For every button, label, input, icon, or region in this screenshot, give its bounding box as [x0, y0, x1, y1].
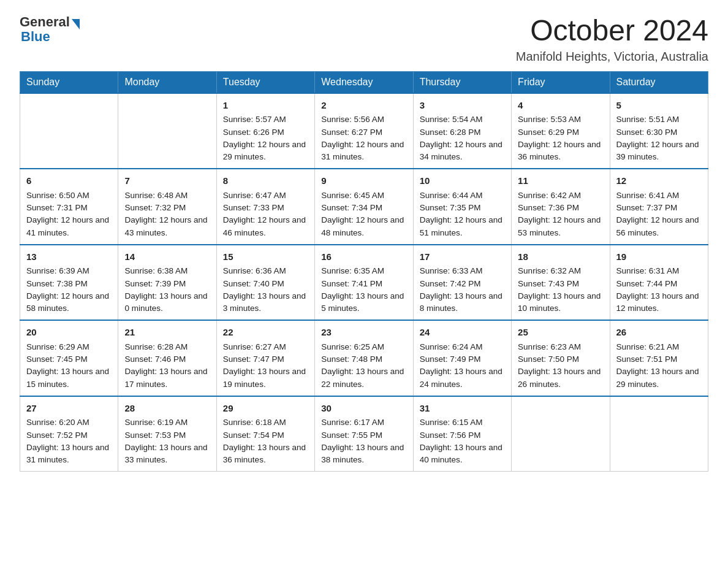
daylight-text: Daylight: 12 hours and 31 minutes. — [321, 139, 406, 164]
daylight-text: Daylight: 12 hours and 58 minutes. — [26, 290, 112, 315]
calendar-header-friday: Friday — [512, 71, 610, 93]
sunrise-text: Sunrise: 6:38 AM — [124, 265, 210, 277]
daylight-text: Daylight: 13 hours and 5 minutes. — [321, 290, 406, 315]
sunset-text: Sunset: 7:35 PM — [420, 202, 505, 214]
sunrise-text: Sunrise: 6:44 AM — [420, 190, 505, 202]
sunset-text: Sunset: 7:53 PM — [124, 429, 210, 442]
day-number: 17 — [420, 250, 505, 264]
calendar-cell: 23Sunrise: 6:25 AMSunset: 7:48 PMDayligh… — [315, 320, 413, 396]
calendar-cell: 20Sunrise: 6:29 AMSunset: 7:45 PMDayligh… — [20, 320, 118, 396]
sunrise-text: Sunrise: 6:23 AM — [518, 341, 603, 353]
daylight-text: Daylight: 12 hours and 56 minutes. — [616, 214, 702, 239]
sunrise-text: Sunrise: 6:39 AM — [26, 265, 112, 277]
sunset-text: Sunset: 7:45 PM — [26, 353, 112, 366]
sunrise-text: Sunrise: 6:42 AM — [518, 190, 603, 202]
sunrise-text: Sunrise: 6:20 AM — [26, 416, 112, 429]
calendar-cell: 22Sunrise: 6:27 AMSunset: 7:47 PMDayligh… — [216, 320, 314, 396]
calendar-week-row: 20Sunrise: 6:29 AMSunset: 7:45 PMDayligh… — [20, 320, 708, 396]
page-header: General Blue October 2024 Manifold Heigh… — [20, 15, 708, 64]
sunset-text: Sunset: 7:56 PM — [420, 429, 505, 442]
calendar-cell — [118, 93, 216, 169]
calendar-cell: 21Sunrise: 6:28 AMSunset: 7:46 PMDayligh… — [118, 320, 216, 396]
day-number: 10 — [420, 174, 505, 188]
day-number: 20 — [26, 326, 112, 340]
calendar-cell — [610, 396, 708, 472]
calendar-cell: 31Sunrise: 6:15 AMSunset: 7:56 PMDayligh… — [413, 396, 511, 472]
calendar-header-sunday: Sunday — [20, 71, 118, 93]
day-number: 7 — [124, 174, 210, 188]
sunrise-text: Sunrise: 6:29 AM — [26, 341, 112, 353]
daylight-text: Daylight: 13 hours and 19 minutes. — [223, 366, 308, 391]
calendar-cell: 28Sunrise: 6:19 AMSunset: 7:53 PMDayligh… — [118, 396, 216, 472]
calendar-week-row: 13Sunrise: 6:39 AMSunset: 7:38 PMDayligh… — [20, 245, 708, 321]
calendar-cell: 18Sunrise: 6:32 AMSunset: 7:43 PMDayligh… — [512, 245, 610, 321]
calendar-week-row: 6Sunrise: 6:50 AMSunset: 7:31 PMDaylight… — [20, 169, 708, 245]
day-number: 3 — [420, 99, 505, 113]
sunset-text: Sunset: 6:26 PM — [223, 126, 308, 139]
day-number: 14 — [124, 250, 210, 264]
sunrise-text: Sunrise: 6:32 AM — [518, 265, 603, 277]
calendar-cell: 27Sunrise: 6:20 AMSunset: 7:52 PMDayligh… — [20, 396, 118, 472]
sunset-text: Sunset: 7:32 PM — [124, 202, 210, 214]
logo: General Blue — [20, 15, 80, 44]
sunset-text: Sunset: 7:48 PM — [321, 353, 406, 366]
daylight-text: Daylight: 13 hours and 26 minutes. — [518, 366, 603, 391]
sunset-text: Sunset: 7:42 PM — [420, 278, 505, 290]
daylight-text: Daylight: 13 hours and 17 minutes. — [124, 366, 210, 391]
day-number: 12 — [616, 174, 702, 188]
calendar-cell: 3Sunrise: 5:54 AMSunset: 6:28 PMDaylight… — [413, 93, 511, 169]
sunset-text: Sunset: 7:34 PM — [321, 202, 406, 214]
day-number: 22 — [223, 326, 308, 340]
sunset-text: Sunset: 7:52 PM — [26, 429, 112, 442]
calendar-cell: 30Sunrise: 6:17 AMSunset: 7:55 PMDayligh… — [315, 396, 413, 472]
day-number: 25 — [518, 326, 603, 340]
sunrise-text: Sunrise: 6:21 AM — [616, 341, 702, 353]
sunrise-text: Sunrise: 6:41 AM — [616, 190, 702, 202]
sunset-text: Sunset: 7:31 PM — [26, 202, 112, 214]
sunset-text: Sunset: 7:43 PM — [518, 278, 603, 290]
daylight-text: Daylight: 13 hours and 33 minutes. — [124, 442, 210, 467]
calendar-cell: 12Sunrise: 6:41 AMSunset: 7:37 PMDayligh… — [610, 169, 708, 245]
calendar-cell: 1Sunrise: 5:57 AMSunset: 6:26 PMDaylight… — [216, 93, 314, 169]
calendar-header-thursday: Thursday — [413, 71, 511, 93]
day-number: 11 — [518, 174, 603, 188]
daylight-text: Daylight: 13 hours and 22 minutes. — [321, 366, 406, 391]
sunset-text: Sunset: 7:40 PM — [223, 278, 308, 290]
calendar-week-row: 27Sunrise: 6:20 AMSunset: 7:52 PMDayligh… — [20, 396, 708, 472]
daylight-text: Daylight: 13 hours and 12 minutes. — [616, 290, 702, 315]
sunrise-text: Sunrise: 5:57 AM — [223, 113, 308, 126]
calendar-cell: 19Sunrise: 6:31 AMSunset: 7:44 PMDayligh… — [610, 245, 708, 321]
calendar-cell: 17Sunrise: 6:33 AMSunset: 7:42 PMDayligh… — [413, 245, 511, 321]
sunrise-text: Sunrise: 5:54 AM — [420, 113, 505, 126]
daylight-text: Daylight: 13 hours and 0 minutes. — [124, 290, 210, 315]
day-number: 1 — [223, 99, 308, 113]
day-number: 28 — [124, 402, 210, 416]
sunset-text: Sunset: 7:47 PM — [223, 353, 308, 366]
calendar-header-row: SundayMondayTuesdayWednesdayThursdayFrid… — [20, 71, 708, 93]
calendar-cell: 2Sunrise: 5:56 AMSunset: 6:27 PMDaylight… — [315, 93, 413, 169]
day-number: 15 — [223, 250, 308, 264]
daylight-text: Daylight: 12 hours and 34 minutes. — [420, 139, 505, 164]
sunset-text: Sunset: 7:39 PM — [124, 278, 210, 290]
calendar-title: October 2024 — [516, 15, 708, 47]
sunset-text: Sunset: 7:44 PM — [616, 278, 702, 290]
daylight-text: Daylight: 13 hours and 31 minutes. — [26, 442, 112, 467]
sunrise-text: Sunrise: 6:47 AM — [223, 190, 308, 202]
sunrise-text: Sunrise: 6:24 AM — [420, 341, 505, 353]
calendar-cell — [512, 396, 610, 472]
sunrise-text: Sunrise: 5:53 AM — [518, 113, 603, 126]
day-number: 30 — [321, 402, 406, 416]
sunset-text: Sunset: 7:33 PM — [223, 202, 308, 214]
calendar-cell: 7Sunrise: 6:48 AMSunset: 7:32 PMDaylight… — [118, 169, 216, 245]
sunrise-text: Sunrise: 6:19 AM — [124, 416, 210, 429]
day-number: 26 — [616, 326, 702, 340]
day-number: 9 — [321, 174, 406, 188]
day-number: 6 — [26, 174, 112, 188]
sunrise-text: Sunrise: 6:31 AM — [616, 265, 702, 277]
daylight-text: Daylight: 13 hours and 8 minutes. — [420, 290, 505, 315]
calendar-header-monday: Monday — [118, 71, 216, 93]
day-number: 27 — [26, 402, 112, 416]
daylight-text: Daylight: 12 hours and 43 minutes. — [124, 214, 210, 239]
day-number: 19 — [616, 250, 702, 264]
sunset-text: Sunset: 7:41 PM — [321, 278, 406, 290]
